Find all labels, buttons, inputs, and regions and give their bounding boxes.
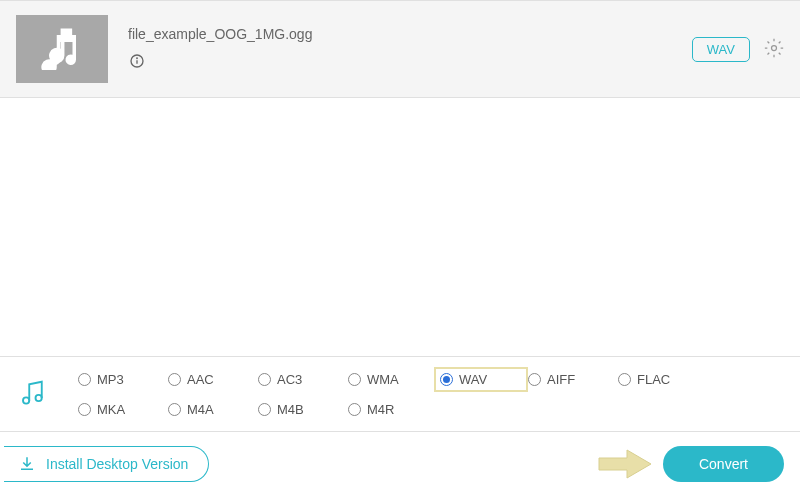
radio-label: AIFF <box>547 372 575 387</box>
radio-label: WMA <box>367 372 399 387</box>
right-actions: Convert <box>597 446 784 482</box>
format-option-mp3[interactable]: MP3 <box>78 367 168 391</box>
format-highlight: WAV <box>434 367 528 392</box>
format-option-wav[interactable]: WAV <box>438 367 528 391</box>
radio-label: AC3 <box>277 372 302 387</box>
format-badge[interactable]: WAV <box>692 37 750 62</box>
gear-icon[interactable] <box>764 38 784 61</box>
music-format-icon <box>18 378 48 411</box>
radio-icon <box>168 403 181 416</box>
info-icon[interactable] <box>128 52 146 70</box>
svg-point-2 <box>137 58 138 59</box>
radio-icon <box>168 373 181 386</box>
format-option-m4b[interactable]: M4B <box>258 397 348 421</box>
file-info: file_example_OOG_1MG.ogg <box>128 26 692 72</box>
radio-icon <box>618 373 631 386</box>
music-note-icon <box>41 28 83 70</box>
file-thumbnail <box>16 15 108 83</box>
format-option-aiff[interactable]: AIFF <box>528 367 618 391</box>
download-icon <box>18 455 36 473</box>
content-area <box>0 98 800 356</box>
svg-point-3 <box>772 45 777 50</box>
radio-label: M4A <box>187 402 214 417</box>
radio-icon <box>528 373 541 386</box>
install-label: Install Desktop Version <box>46 456 188 472</box>
file-name: file_example_OOG_1MG.ogg <box>128 26 692 42</box>
format-option-mka[interactable]: MKA <box>78 397 168 421</box>
format-option-m4r[interactable]: M4R <box>348 397 438 421</box>
format-option-flac[interactable]: FLAC <box>618 367 708 391</box>
radio-icon <box>258 403 271 416</box>
radio-icon <box>78 373 91 386</box>
radio-icon <box>258 373 271 386</box>
svg-point-5 <box>36 394 42 400</box>
svg-point-4 <box>23 397 29 403</box>
radio-icon <box>348 373 361 386</box>
radio-icon <box>78 403 91 416</box>
svg-marker-6 <box>599 450 651 478</box>
format-option-m4a[interactable]: M4A <box>168 397 258 421</box>
radio-icon <box>348 403 361 416</box>
format-option-aac[interactable]: AAC <box>168 367 258 391</box>
radio-label: M4B <box>277 402 304 417</box>
format-grid: MP3AACAC3WMAWAVAIFFFLACMKAM4AM4BM4R <box>78 367 708 421</box>
radio-label: AAC <box>187 372 214 387</box>
format-option-wma[interactable]: WMA <box>348 367 438 391</box>
radio-label: MKA <box>97 402 125 417</box>
format-option-ac3[interactable]: AC3 <box>258 367 348 391</box>
bottom-bar: Install Desktop Version Convert <box>0 432 800 496</box>
arrow-annotation <box>597 447 653 481</box>
convert-button[interactable]: Convert <box>663 446 784 482</box>
file-actions: WAV <box>692 37 784 62</box>
format-section: MP3AACAC3WMAWAVAIFFFLACMKAM4AM4BM4R <box>0 356 800 432</box>
radio-label: MP3 <box>97 372 124 387</box>
radio-label: M4R <box>367 402 394 417</box>
file-panel: file_example_OOG_1MG.ogg WAV <box>0 0 800 98</box>
radio-label: FLAC <box>637 372 670 387</box>
install-desktop-button[interactable]: Install Desktop Version <box>4 446 209 482</box>
